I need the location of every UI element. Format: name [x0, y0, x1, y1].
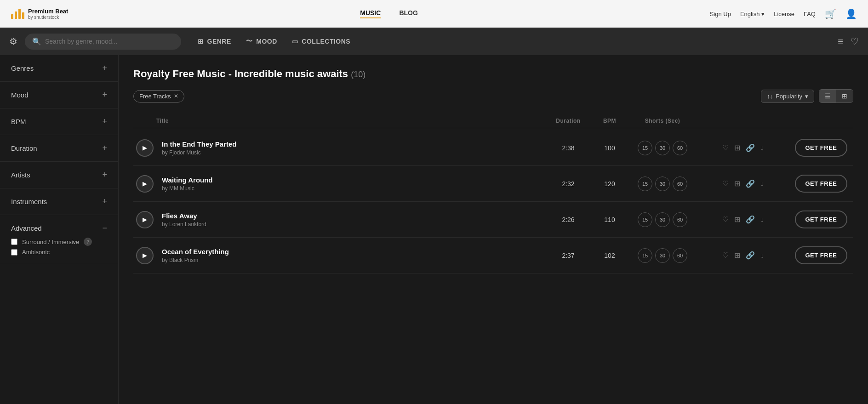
add-to-playlist-icon-2[interactable]: ⊞ [734, 179, 740, 188]
table-row: ▶ In the End They Parted by Fjodor Music… [133, 130, 853, 166]
free-tracks-filter-tag[interactable]: Free Tracks ✕ [133, 90, 184, 102]
bpm-expand-icon: + [102, 117, 107, 126]
shorts-pills-4: 15 30 60 [628, 248, 697, 263]
surround-checkbox[interactable] [11, 239, 17, 245]
sidebar-advanced: Advanced − Surround / Immersive ? Ambiso… [0, 215, 118, 264]
cart-icon[interactable]: 🛒 [825, 8, 836, 19]
surround-help-icon[interactable]: ? [84, 238, 92, 246]
play-button-1[interactable]: ▶ [136, 139, 154, 157]
shorts-pills-1: 15 30 60 [628, 141, 697, 155]
remove-filter-icon[interactable]: ✕ [174, 93, 178, 99]
mood-icon: 〜 [246, 37, 253, 46]
sort-icon: ↑↓ [767, 93, 773, 100]
logo-icon [11, 9, 24, 19]
nav-blog[interactable]: BLOG [399, 9, 417, 18]
genre-nav-item[interactable]: ⊞ GENRE [198, 38, 231, 45]
advanced-collapse-icon: − [102, 223, 107, 233]
copy-link-icon-1[interactable]: 🔗 [746, 143, 755, 152]
add-to-playlist-icon-1[interactable]: ⊞ [734, 143, 740, 152]
main-layout: Genres + Mood + BPM + Duration + Artists… [0, 55, 868, 404]
favorite-icon-3[interactable]: ♡ [722, 215, 729, 224]
copy-link-icon-3[interactable]: 🔗 [746, 215, 755, 224]
download-icon-2[interactable]: ↓ [760, 180, 764, 188]
shorts-pills-3: 15 30 60 [628, 212, 697, 227]
get-free-button-3[interactable]: GET FREE [795, 211, 847, 228]
active-filters: Free Tracks ✕ [133, 90, 184, 102]
search-input[interactable] [45, 38, 174, 45]
nav-music[interactable]: MUSIC [360, 9, 381, 18]
mood-nav-item[interactable]: 〜 MOOD [246, 37, 277, 46]
page-title: Royalty Free Music - Incredible music aw… [133, 68, 853, 80]
list-view-button[interactable]: ☰ [819, 90, 836, 102]
grid-view-button[interactable]: ⊞ [836, 90, 853, 102]
download-icon-3[interactable]: ↓ [760, 216, 764, 224]
search-right-actions: ≡ ♡ [838, 36, 859, 47]
playlist-icon[interactable]: ≡ [838, 36, 843, 47]
faq-link[interactable]: FAQ [804, 11, 816, 17]
sidebar: Genres + Mood + BPM + Duration + Artists… [0, 55, 119, 404]
get-free-button-4[interactable]: GET FREE [795, 246, 847, 264]
short-15-1[interactable]: 15 [638, 141, 652, 155]
track-actions-3: ♡ ⊞ 🔗 ↓ [697, 215, 789, 224]
track-info-2: Waiting Around by MM Music [156, 176, 545, 192]
advanced-header[interactable]: Advanced − [11, 223, 107, 233]
artists-expand-icon: + [102, 170, 107, 180]
license-link[interactable]: License [774, 11, 794, 17]
add-to-playlist-icon-4[interactable]: ⊞ [734, 251, 740, 260]
track-actions-2: ♡ ⊞ 🔗 ↓ [697, 179, 789, 188]
copy-link-icon-4[interactable]: 🔗 [746, 251, 755, 260]
sidebar-item-duration[interactable]: Duration + [0, 135, 118, 162]
ambisonic-checkbox[interactable] [11, 249, 17, 256]
short-30-1[interactable]: 30 [655, 141, 670, 155]
short-60-1[interactable]: 60 [673, 141, 687, 155]
sort-chevron-icon: ▾ [805, 93, 808, 100]
sidebar-item-mood[interactable]: Mood + [0, 82, 118, 108]
signup-link[interactable]: Sign Up [710, 11, 731, 17]
short-15-3[interactable]: 15 [638, 212, 652, 227]
sidebar-item-instruments[interactable]: Instruments + [0, 188, 118, 215]
download-icon-1[interactable]: ↓ [760, 144, 764, 152]
sidebar-item-bpm[interactable]: BPM + [0, 108, 118, 135]
download-icon-4[interactable]: ↓ [760, 251, 764, 260]
genres-expand-icon: + [102, 63, 107, 73]
add-to-playlist-icon-3[interactable]: ⊞ [734, 215, 740, 224]
user-icon[interactable]: 👤 [845, 8, 857, 19]
short-60-3[interactable]: 60 [673, 212, 687, 227]
top-nav-right: Sign Up English ▾ License FAQ 🛒 👤 [710, 8, 857, 19]
search-wrap[interactable]: 🔍 [25, 34, 181, 50]
play-button-4[interactable]: ▶ [136, 247, 154, 264]
top-nav-links: MUSIC BLOG [360, 9, 418, 18]
language-selector[interactable]: English ▾ [740, 11, 765, 17]
sidebar-item-artists[interactable]: Artists + [0, 162, 118, 188]
short-30-2[interactable]: 30 [655, 176, 670, 191]
favorite-icon-1[interactable]: ♡ [722, 143, 729, 152]
filter-icon[interactable]: ⚙ [9, 36, 17, 47]
duration-expand-icon: + [102, 143, 107, 153]
collections-icon: ▭ [292, 38, 298, 45]
sidebar-item-genres[interactable]: Genres + [0, 55, 118, 82]
short-60-4[interactable]: 60 [673, 248, 687, 263]
copy-link-icon-2[interactable]: 🔗 [746, 179, 755, 188]
logo[interactable]: Premium Beat by shutterstock [11, 8, 68, 20]
collections-nav-item[interactable]: ▭ COLLECTIONS [292, 38, 350, 45]
favorites-icon[interactable]: ♡ [851, 36, 859, 47]
view-toggle: ☰ ⊞ [819, 89, 853, 103]
popularity-sort-button[interactable]: ↑↓ Popularity ▾ [761, 90, 814, 103]
short-15-2[interactable]: 15 [638, 176, 652, 191]
favorite-icon-2[interactable]: ♡ [722, 179, 729, 188]
short-30-3[interactable]: 30 [655, 212, 670, 227]
short-30-4[interactable]: 30 [655, 248, 670, 263]
track-actions-4: ♡ ⊞ 🔗 ↓ [697, 251, 789, 260]
table-header: Title Duration BPM Shorts (Sec) [133, 114, 853, 128]
track-info-3: Flies Away by Loren Lankford [156, 212, 545, 228]
get-free-button-1[interactable]: GET FREE [795, 139, 847, 157]
surround-row: Surround / Immersive ? [11, 233, 107, 249]
play-button-3[interactable]: ▶ [136, 211, 154, 228]
get-free-button-2[interactable]: GET FREE [795, 175, 847, 193]
short-60-2[interactable]: 60 [673, 176, 687, 191]
search-icon: 🔍 [32, 37, 41, 46]
short-15-4[interactable]: 15 [638, 248, 652, 263]
play-button-2[interactable]: ▶ [136, 175, 154, 193]
favorite-icon-4[interactable]: ♡ [722, 251, 729, 260]
instruments-expand-icon: + [102, 197, 107, 206]
